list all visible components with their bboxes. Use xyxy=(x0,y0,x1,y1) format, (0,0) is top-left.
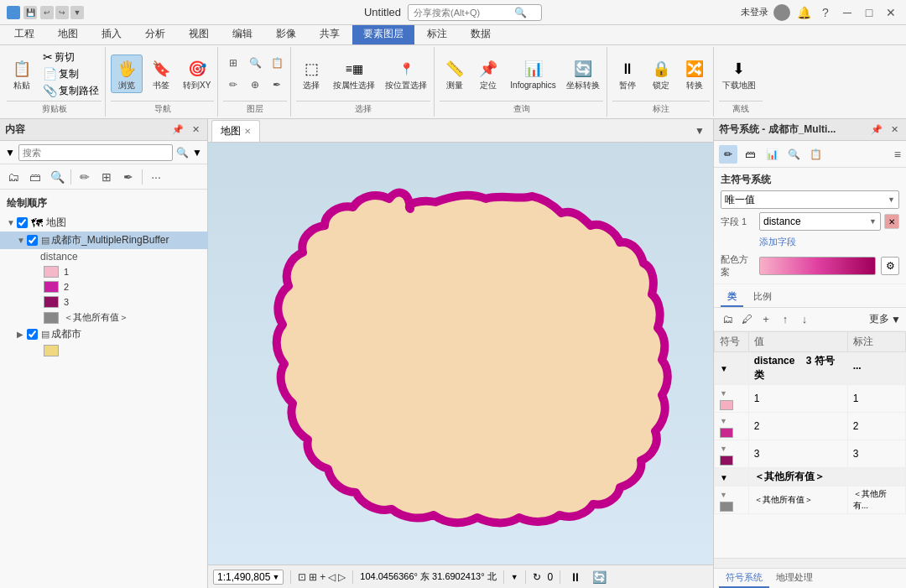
tree-chengdu[interactable]: ▶ ▤ 成都市 xyxy=(0,325,207,343)
convert-button[interactable]: 🔀 转换 xyxy=(680,55,710,92)
tab-view[interactable]: 视图 xyxy=(178,23,220,44)
tab-map[interactable]: 地图 xyxy=(47,23,89,44)
go-forward-icon[interactable]: ▷ xyxy=(338,571,346,583)
colorscheme-settings-btn[interactable]: ⚙ xyxy=(881,257,899,275)
coord-dropdown-icon[interactable]: ▼ xyxy=(511,573,518,581)
copy-button[interactable]: 📄 复制 xyxy=(40,66,102,82)
row1-color-swatch[interactable] xyxy=(720,400,733,410)
chengdu-expand-icon[interactable]: ▶ xyxy=(17,330,27,339)
tree-map-root[interactable]: ▼ 🗺 地图 xyxy=(0,214,207,232)
tab-data[interactable]: 数据 xyxy=(460,23,502,44)
type-select[interactable]: 唯一值 ▼ xyxy=(721,190,899,209)
search-icon-sm[interactable]: 🔍 xyxy=(176,147,189,159)
tab-imagery[interactable]: 影像 xyxy=(265,23,307,44)
paste-button[interactable]: 📋 粘贴 xyxy=(7,55,37,92)
measure-button[interactable]: 📏 测量 xyxy=(440,55,470,92)
layer-tool-more[interactable]: ··· xyxy=(146,167,166,187)
infographics-button[interactable]: 📊 Infographics xyxy=(507,55,559,92)
tab-project[interactable]: 工程 xyxy=(3,23,45,44)
rp-pin-icon[interactable]: 📌 xyxy=(868,123,885,136)
maximize-button[interactable]: □ xyxy=(861,4,877,21)
map-checkbox[interactable] xyxy=(17,217,28,228)
group-expand-cell[interactable]: ▼ xyxy=(715,352,749,385)
row2-color-swatch[interactable] xyxy=(720,428,733,438)
map-canvas[interactable] xyxy=(208,143,713,565)
user-avatar[interactable] xyxy=(773,4,790,21)
search-options-icon[interactable]: ▼ xyxy=(192,147,202,159)
rp-tool-chart[interactable]: 📊 xyxy=(763,145,781,164)
map-tab-main[interactable]: 地图 ✕ xyxy=(211,120,260,142)
go-back-icon[interactable]: ◁ xyxy=(328,571,336,583)
tab-label[interactable]: 标注 xyxy=(416,23,458,44)
select-by-loc-button[interactable]: 📍 按位置选择 xyxy=(382,55,430,92)
layer-icon-2[interactable]: 🔍 xyxy=(245,53,265,73)
cut-button[interactable]: ✂ 剪切 xyxy=(40,49,102,65)
field-select[interactable]: distance ▼ xyxy=(759,212,881,231)
copy-path-button[interactable]: 📎 复制路径 xyxy=(40,83,102,99)
rp-tb-up[interactable]: ↑ xyxy=(777,311,794,328)
tab-feature-layer[interactable]: 要素图层 xyxy=(352,23,414,44)
select-button[interactable]: ⬚ 选择 xyxy=(296,55,326,92)
rp-tool-pencil[interactable]: ✏ xyxy=(719,145,737,164)
layer-search-input[interactable] xyxy=(18,144,173,161)
rp-menu-icon[interactable]: ≡ xyxy=(894,148,901,161)
layer-icon-5[interactable]: ⊕ xyxy=(245,75,265,95)
layer-tool-2[interactable]: 🗃 xyxy=(25,167,45,187)
fit-extent-icon[interactable]: ⊡ xyxy=(298,571,306,583)
chengdu-checkbox[interactable] xyxy=(27,329,38,340)
layer-icon-1[interactable]: ⊞ xyxy=(223,53,243,73)
other-expand-cell[interactable]: ▼ xyxy=(715,468,749,487)
coord-transform-button[interactable]: 🔄 坐标转换 xyxy=(563,55,603,92)
tb-save-icon[interactable]: 💾 xyxy=(23,6,37,19)
group-dots-cell[interactable]: ··· xyxy=(847,352,905,385)
scale-dropdown-icon[interactable]: ▼ xyxy=(272,573,279,581)
download-map-button[interactable]: ⬇ 下载地图 xyxy=(719,55,759,92)
rp-tool-filter[interactable]: 🔍 xyxy=(784,145,803,164)
other-color-swatch[interactable] xyxy=(720,502,733,512)
help-icon[interactable]: ? xyxy=(817,4,834,21)
layer-icon-3[interactable]: 📋 xyxy=(267,53,287,73)
map-tab-close-icon[interactable]: ✕ xyxy=(244,127,251,136)
rp-tb-folder[interactable]: 🗂 xyxy=(719,311,736,328)
zoom-layers-icon[interactable]: ⊞ xyxy=(309,571,317,583)
refresh-btn[interactable]: 🔄 xyxy=(591,569,607,585)
rp-close-icon[interactable]: ✕ xyxy=(888,123,901,136)
rp-scrollbar[interactable] xyxy=(714,558,906,568)
layer-tool-5[interactable]: ⊞ xyxy=(96,167,117,187)
tb-redo-icon[interactable]: ↪ xyxy=(55,6,69,19)
rp-tb-add[interactable]: + xyxy=(758,311,774,328)
tb-more-icon[interactable]: ▼ xyxy=(70,6,84,19)
zoom-selection-icon[interactable]: + xyxy=(320,571,325,583)
map-expand-icon[interactable]: ▼ xyxy=(7,218,17,227)
pause-btn[interactable]: ⏸ xyxy=(567,569,584,585)
tab-classes[interactable]: 类 xyxy=(721,288,743,307)
field-close-btn[interactable]: ✕ xyxy=(884,214,899,229)
rotation-icon[interactable]: ↻ xyxy=(533,571,541,583)
rp-tb-edit[interactable]: 🖊 xyxy=(738,311,755,328)
browse-button[interactable]: 🖐 浏览 xyxy=(111,55,143,93)
bottom-tab-geoprocess[interactable]: 地理处理 xyxy=(769,569,820,588)
symbol-table-container[interactable]: 符号 值 标注 ▼ distance 3 符号类 xyxy=(714,331,906,558)
locate-button[interactable]: 📌 定位 xyxy=(473,55,503,92)
tab-scale[interactable]: 比例 xyxy=(747,288,778,307)
goto-xy-button[interactable]: 🎯 转到XY xyxy=(180,55,214,92)
colorscheme-preview[interactable] xyxy=(759,257,876,275)
rp-tool-table[interactable]: 🗃 xyxy=(741,145,759,164)
rp-more-button[interactable]: 更多 ▼ xyxy=(869,312,901,326)
tab-dropdown-icon[interactable]: ▼ xyxy=(690,125,710,137)
bookmark-button[interactable]: 🔖 书签 xyxy=(146,55,176,92)
lock-button[interactable]: 🔒 锁定 xyxy=(646,55,676,92)
minimize-button[interactable]: ─ xyxy=(839,4,856,21)
login-button[interactable]: 未登录 xyxy=(741,6,768,18)
scale-display[interactable]: 1:1,490,805 ▼ xyxy=(213,570,284,585)
row3-color-swatch[interactable] xyxy=(720,455,733,466)
tb-undo-icon[interactable]: ↩ xyxy=(40,6,54,19)
close-button[interactable]: ✕ xyxy=(883,4,899,21)
tree-ring-buffer[interactable]: ▼ ▤ 成都市_MultipleRingBuffer xyxy=(0,232,207,249)
pin-icon[interactable]: 📌 xyxy=(169,123,186,136)
layer-tool-6[interactable]: ✒ xyxy=(118,167,138,187)
tab-insert[interactable]: 插入 xyxy=(91,23,133,44)
pause-annotation-button[interactable]: ⏸ 暂停 xyxy=(612,55,643,92)
notification-icon[interactable]: 🔔 xyxy=(795,4,812,21)
layer-tool-3[interactable]: 🔍 xyxy=(47,167,67,187)
